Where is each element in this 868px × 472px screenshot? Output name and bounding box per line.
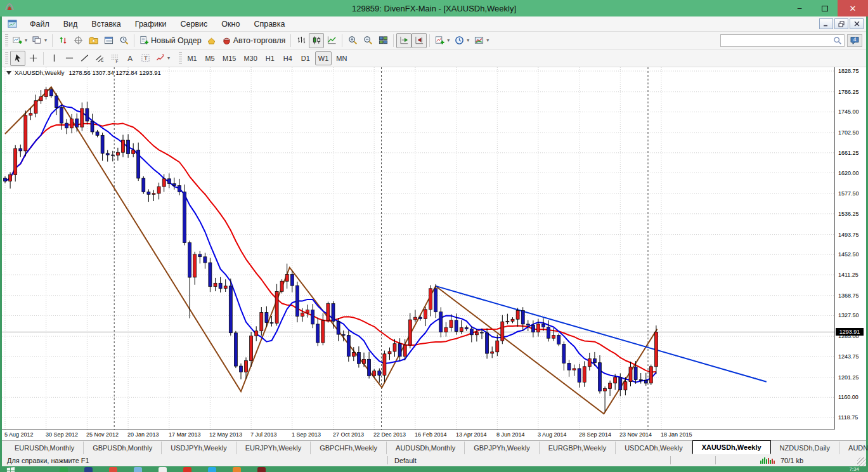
menu-item-Вставка[interactable]: Вставка (84, 18, 127, 30)
strategy-tester-button[interactable] (116, 33, 131, 48)
timeframe-M1-button[interactable]: M1 (184, 51, 200, 65)
profiles-button[interactable]: ▾ (30, 33, 49, 48)
taskbar-app-lightblue[interactable] (134, 467, 142, 472)
chart-expand-icon[interactable] (6, 69, 11, 76)
chart-minimize-button[interactable] (819, 18, 833, 29)
timeframe-D1-button[interactable]: D1 (297, 51, 314, 65)
tile-windows-button[interactable] (375, 33, 391, 48)
date-axis-label: 18 Jan 2015 (661, 431, 703, 438)
chart-tab-EURJPYh,Weekly[interactable]: EURJPYh,Weekly (236, 442, 311, 454)
chart-close-button[interactable] (850, 18, 864, 29)
new-order-button[interactable]: Новый Ордер (137, 33, 204, 48)
data-window-button[interactable] (70, 33, 86, 48)
bar-chart-button[interactable] (294, 33, 309, 48)
window-close-button[interactable]: ✕ (838, 0, 868, 16)
notifications-button[interactable]: 4 (847, 34, 862, 47)
menu-item-Окно[interactable]: Окно (214, 18, 247, 30)
auto-scroll-button[interactable] (396, 33, 411, 48)
trendline-button[interactable] (77, 51, 92, 66)
menu-item-Сервис[interactable]: Сервис (174, 18, 215, 30)
taskbar-app-skype[interactable] (208, 467, 216, 472)
zoom-out-button[interactable] (360, 33, 375, 48)
chart-tab-EURGBPh,Weekly[interactable]: EURGBPh,Weekly (540, 442, 616, 454)
chart-tabs-bar: EURUSDh,MonthlyGBPUSDh,MonthlyUSDJPYh,We… (2, 440, 866, 454)
chart-tab-NZDUSDh,Daily[interactable]: NZDUSDh,Daily (771, 442, 839, 454)
taskbar-app-white[interactable] (159, 467, 167, 472)
zoom-in-button[interactable] (345, 33, 360, 48)
resize-grip[interactable] (857, 457, 866, 466)
price-scale[interactable]: 1828.751786.251745.001702.501661.251620.… (834, 67, 866, 429)
taskbar-app-maroon[interactable] (257, 467, 266, 472)
menu-item-Графики[interactable]: Графики (128, 18, 174, 30)
status-profile[interactable]: Default (388, 457, 670, 464)
menu-item-Вид[interactable]: Вид (56, 18, 85, 30)
chart-tab-USDJPYh,Weekly[interactable]: USDJPYh,Weekly (162, 442, 236, 454)
templates-button[interactable]: ▾ (472, 33, 491, 48)
indicators-button[interactable]: ▾ (432, 33, 452, 48)
timeframe-H4-button[interactable]: H4 (280, 51, 296, 65)
cursor-button[interactable] (10, 51, 25, 66)
price-chart[interactable] (2, 67, 834, 429)
terminal-button[interactable] (101, 33, 116, 48)
taskbar-app-red[interactable] (183, 467, 191, 472)
notification-count-badge: 4 (848, 36, 862, 43)
start-button[interactable] (6, 466, 15, 472)
market-watch-button[interactable] (55, 33, 70, 48)
chart-tab-GBPUSDh,Monthly[interactable]: GBPUSDh,Monthly (84, 442, 162, 454)
channel-icon: E (95, 53, 105, 63)
maximize-icon (822, 6, 828, 11)
new-chart-button[interactable]: ▾ (10, 33, 30, 48)
chart-tab-XAUUSDh,Weekly[interactable]: XAUUSDh,Weekly (692, 440, 771, 454)
timeframe-M5-button[interactable]: M5 (202, 51, 218, 65)
chart-tab-AUDUSDh,Monthly[interactable]: AUDUSDh,Monthly (387, 442, 465, 454)
equidistant-channel-button[interactable]: E (92, 51, 107, 66)
fibonacci-button[interactable]: F (107, 51, 122, 66)
search-icon[interactable] (833, 36, 842, 45)
vertical-line-button[interactable] (46, 51, 62, 66)
window-minimize-button[interactable]: – (787, 0, 812, 16)
timeframe-MN-button[interactable]: MN (333, 51, 350, 65)
chart-tab-EURUSDh,Monthly[interactable]: EURUSDh,Monthly (6, 442, 84, 454)
chart-restore-button[interactable] (834, 18, 848, 29)
chart-ohlc-values: 1278.56 1307.34 1272.84 1293.91 (69, 69, 161, 76)
taskbar-app-green[interactable] (60, 467, 68, 472)
chart-tab-AUDNZDh,Daily[interactable]: AUDNZDh,Daily (839, 442, 868, 454)
chart-tab-USDCADh,Weekly[interactable]: USDCADh,Weekly (616, 442, 692, 454)
arrows-button[interactable]: ▾ (153, 51, 172, 66)
chart-window-icon[interactable] (7, 19, 18, 29)
search-input[interactable] (721, 36, 833, 46)
navigator-button[interactable] (86, 33, 101, 48)
toolbar-grip-2[interactable] (5, 52, 8, 65)
line-chart-button[interactable] (324, 33, 339, 48)
date-axis-label: 30 Sep 2012 (46, 431, 87, 438)
price-axis-label: 1786.25 (838, 89, 859, 95)
autotrading-button[interactable]: Авто-торговля (219, 33, 288, 48)
menu-item-Файл[interactable]: Файл (23, 18, 56, 30)
toolbar-grip[interactable] (5, 34, 8, 47)
candlestick-chart-button[interactable] (309, 33, 324, 48)
toolbar-separator (134, 34, 134, 47)
text-button[interactable]: A (122, 51, 138, 66)
timeframe-M30-button[interactable]: M30 (240, 51, 260, 65)
crosshair-button[interactable] (25, 51, 41, 66)
chart-tab-GBPCHFh,Weekly[interactable]: GBPCHFh,Weekly (311, 442, 387, 454)
window-maximize-button[interactable] (812, 0, 838, 16)
horizontal-line-button[interactable] (62, 51, 77, 66)
timeframe-M15-button[interactable]: M15 (219, 51, 239, 65)
chart-tab-GBPJPYh,Weekly[interactable]: GBPJPYh,Weekly (465, 442, 539, 454)
navigator-icon (89, 36, 98, 45)
time-scale[interactable]: 5 Aug 201230 Sep 201225 Nov 201220 Jan 2… (2, 429, 834, 440)
timeframe-W1-button[interactable]: W1 (315, 51, 332, 65)
taskbar-app-chrome[interactable] (109, 467, 117, 472)
mql5-market-button[interactable] (204, 33, 219, 48)
chart-shift-button[interactable] (411, 33, 427, 48)
dropdown-caret-icon: ▾ (467, 37, 469, 43)
periods-button[interactable]: ▾ (452, 33, 472, 48)
taskbar-app-orange[interactable] (233, 467, 241, 472)
toolbar-grip-3[interactable] (179, 52, 182, 65)
text-label-button[interactable]: T (138, 51, 153, 66)
timeframe-H1-button[interactable]: H1 (262, 51, 278, 65)
taskbar-app-blue[interactable] (84, 467, 93, 472)
toolbar-separator (290, 34, 291, 47)
menu-item-Справка[interactable]: Справка (247, 18, 292, 30)
